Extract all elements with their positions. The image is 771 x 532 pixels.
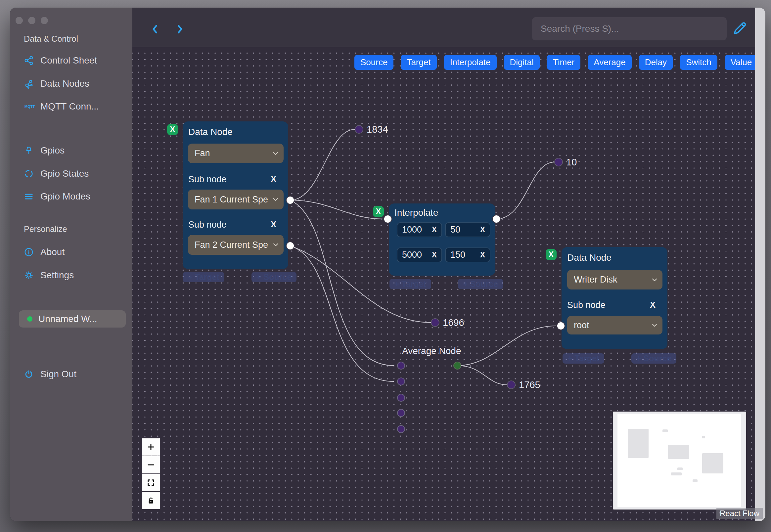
add-delay-button[interactable]: Delay <box>639 55 673 70</box>
gear-icon <box>24 270 34 280</box>
remove-sub-node-button[interactable]: X <box>271 220 276 229</box>
traffic-light-minimize-icon[interactable] <box>28 17 35 24</box>
edit-pencil-icon[interactable] <box>732 21 747 36</box>
average-input-handle-1[interactable] <box>397 362 405 370</box>
unlock-icon <box>146 496 156 505</box>
minimap-node <box>702 436 705 438</box>
zoom-in-button[interactable] <box>142 438 160 456</box>
interpolate-input-1[interactable]: 1000 X <box>397 222 442 237</box>
sidebar: Data & Control Control Sheet Data Nodes … <box>10 8 132 521</box>
interpolate-source-handle[interactable] <box>492 215 501 223</box>
add-average-button[interactable]: Average <box>588 55 631 70</box>
interpolate-target-handle[interactable] <box>384 215 392 223</box>
fit-view-button[interactable] <box>142 474 160 491</box>
fan-sub1-source-handle[interactable] <box>286 196 295 204</box>
sidebar-item-label: MQTT Conn... <box>40 101 99 112</box>
minus-icon <box>146 460 156 469</box>
sidebar-item-gpio-states[interactable]: Gpio States <box>24 167 89 180</box>
average-input-handle-4[interactable] <box>397 409 405 417</box>
writer-data-node[interactable]: Data Node Writer Disk Sub node X root <box>562 247 667 349</box>
input-value: 5000 <box>402 250 422 260</box>
minimap[interactable] <box>613 412 746 510</box>
sidebar-item-data-nodes[interactable]: Data Nodes <box>24 77 89 90</box>
writer-device-select[interactable]: Writer Disk <box>567 270 662 289</box>
plus-icon <box>146 442 156 452</box>
chevron-left-icon[interactable] <box>149 23 161 35</box>
sidebar-item-label: Gpio States <box>40 168 89 179</box>
chevron-down-icon <box>272 196 280 203</box>
sidebar-item-sign-out[interactable]: Sign Out <box>24 368 76 381</box>
interpolate-node[interactable]: Interpolate 1000 X 50 X 5000 X 150 X <box>389 203 495 276</box>
lock-button[interactable] <box>142 492 160 509</box>
minimap-node <box>662 429 668 432</box>
add-target-button[interactable]: Target <box>401 55 436 70</box>
flow-controls <box>142 438 160 509</box>
add-target-chip[interactable]: + Target <box>563 353 604 364</box>
zoom-out-button[interactable] <box>142 456 160 473</box>
sidebar-item-control-sheet[interactable]: Control Sheet <box>24 54 97 67</box>
remove-sub-node-button[interactable]: X <box>271 174 276 184</box>
canvas-header <box>132 8 765 47</box>
value-node-handle[interactable] <box>355 125 363 134</box>
add-source-chip[interactable]: + Source <box>631 353 676 364</box>
add-target-chip[interactable]: + Target <box>183 272 224 282</box>
add-source-button[interactable]: Source <box>354 55 393 70</box>
node-toolbar: Source Target Interpolate Digital Timer … <box>354 55 765 70</box>
sub-node-label: Sub node <box>188 220 227 230</box>
average-output-handle[interactable] <box>453 362 461 370</box>
scrollbar-track[interactable] <box>755 8 765 521</box>
add-source-chip[interactable]: + Source <box>458 279 503 289</box>
clear-input-button[interactable]: X <box>432 225 437 234</box>
chevron-right-icon[interactable] <box>174 23 186 35</box>
add-interpolate-button[interactable]: Interpolate <box>444 55 497 70</box>
add-target-chip[interactable]: + Target <box>389 279 431 289</box>
add-source-chip[interactable]: + Source <box>251 272 296 282</box>
clear-input-button[interactable]: X <box>432 250 437 259</box>
minimap-node <box>628 429 649 458</box>
sidebar-item-label: About <box>40 247 65 257</box>
writer-sub-select[interactable]: root <box>567 316 662 334</box>
traffic-light-zoom-icon[interactable] <box>41 17 48 24</box>
interpolate-input-2[interactable]: 50 X <box>445 222 490 237</box>
add-digital-button[interactable]: Digital <box>504 55 540 70</box>
sidebar-section-data-control: Data & Control <box>24 34 78 44</box>
sidebar-item-gpios[interactable]: Gpios <box>24 144 65 157</box>
value-node-handle[interactable] <box>507 380 516 389</box>
interpolate-input-3[interactable]: 5000 X <box>397 247 442 262</box>
node-title: Data Node <box>567 252 612 263</box>
fan-sub2-source-handle[interactable] <box>286 242 295 250</box>
minimap-node <box>677 467 683 470</box>
interpolate-input-4[interactable]: 150 X <box>445 247 490 262</box>
traffic-light-close-icon[interactable] <box>16 17 23 24</box>
power-icon <box>24 369 34 379</box>
sidebar-item-label: Sign Out <box>40 369 76 379</box>
fan-sub1-select[interactable]: Fan 1 Current Spe <box>188 190 284 209</box>
nodes-graph-icon <box>24 79 34 89</box>
value-node-handle[interactable] <box>554 158 563 166</box>
interpolate-node-delete-button[interactable]: X <box>373 206 384 217</box>
fan-node-delete-button[interactable]: X <box>167 124 178 135</box>
sidebar-item-gpio-modes[interactable]: Gpio Modes <box>24 190 90 203</box>
sidebar-item-about[interactable]: About <box>24 245 65 259</box>
writer-target-handle[interactable] <box>557 322 565 330</box>
writer-node-delete-button[interactable]: X <box>546 249 557 260</box>
fan-sub2-select[interactable]: Fan 2 Current Spe <box>188 235 284 255</box>
clear-input-button[interactable]: X <box>480 250 485 259</box>
average-input-handle-2[interactable] <box>397 377 405 385</box>
chevron-down-icon <box>272 241 280 249</box>
fan-device-select[interactable]: Fan <box>188 144 284 163</box>
add-timer-button[interactable]: Timer <box>547 55 580 70</box>
average-input-handle-3[interactable] <box>397 394 405 402</box>
sidebar-item-workspace[interactable]: Unnamed W... <box>19 310 126 328</box>
add-switch-button[interactable]: Switch <box>680 55 717 70</box>
value-node-handle[interactable] <box>431 318 439 327</box>
sidebar-item-mqtt[interactable]: MQTT MQTT Conn... <box>24 100 99 113</box>
remove-sub-node-button[interactable]: X <box>650 300 656 310</box>
add-value-button[interactable]: Value <box>725 55 758 70</box>
average-input-handle-5[interactable] <box>397 425 405 433</box>
search-input[interactable] <box>532 17 727 40</box>
fan-data-node[interactable]: Data Node Fan Sub node X Fan 1 Current S… <box>183 121 288 269</box>
sidebar-item-settings[interactable]: Settings <box>24 269 74 282</box>
clear-input-button[interactable]: X <box>480 225 485 234</box>
workspace-status-dot <box>27 316 32 322</box>
